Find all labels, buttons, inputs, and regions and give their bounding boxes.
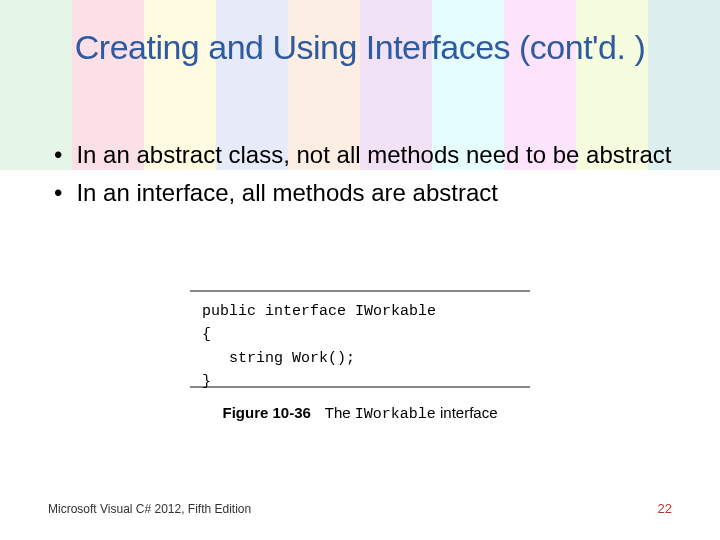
page-number: 22: [658, 501, 672, 516]
bullet-dot-icon: •: [54, 140, 62, 170]
code-line: public interface IWorkable: [202, 303, 436, 320]
bullet-dot-icon: •: [54, 178, 62, 208]
bullet-text: In an abstract class, not all methods ne…: [76, 140, 672, 170]
slide: Creating and Using Interfaces (cont'd. )…: [0, 0, 720, 540]
code-sample: public interface IWorkable { string Work…: [190, 290, 530, 388]
bullet-text: In an interface, all methods are abstrac…: [76, 178, 672, 208]
figure-text: The IWorkable interface: [325, 404, 498, 421]
code-line: {: [202, 326, 211, 343]
figure-number: Figure 10-36: [222, 404, 310, 421]
figure-caption: Figure 10-36 The IWorkable interface: [0, 404, 720, 423]
slide-title: Creating and Using Interfaces (cont'd. ): [0, 28, 720, 67]
bullet-item: • In an interface, all methods are abstr…: [48, 178, 672, 208]
bullet-item: • In an abstract class, not all methods …: [48, 140, 672, 170]
footer-source: Microsoft Visual C# 2012, Fifth Edition: [48, 502, 251, 516]
code-line: }: [202, 373, 211, 390]
code-line: string Work();: [202, 350, 355, 367]
slide-body: • In an abstract class, not all methods …: [48, 140, 672, 216]
